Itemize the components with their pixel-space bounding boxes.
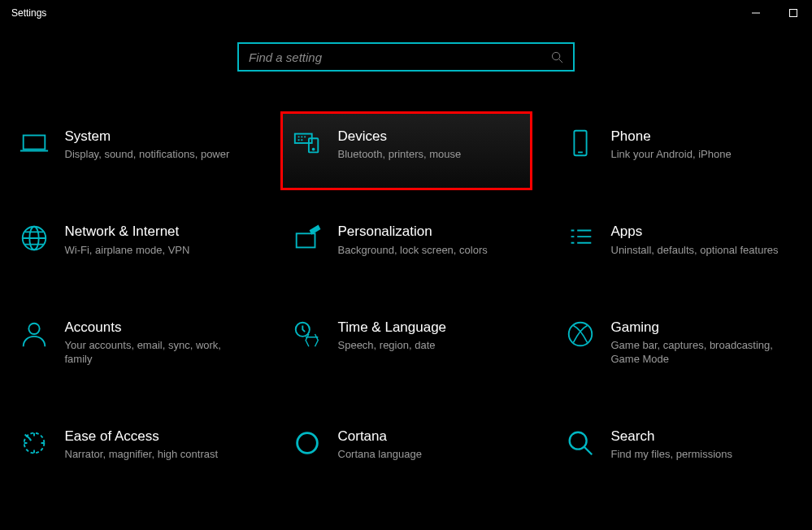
tile-title: Apps [611, 224, 795, 240]
titlebar: Settings [0, 0, 812, 26]
svg-point-10 [28, 323, 39, 333]
search-box[interactable] [237, 42, 575, 72]
person-icon [18, 318, 50, 350]
tile-desc: Link your Android, iPhone [611, 148, 795, 162]
magnifier-icon [564, 427, 597, 459]
tile-system[interactable]: System Display, sound, notifications, po… [11, 120, 255, 168]
tile-title: Search [611, 428, 795, 445]
tile-title: Time & Language [338, 319, 522, 336]
tile-title: Personalization [338, 224, 522, 240]
tile-devices[interactable]: Devices Bluetooth, printers, mouse [280, 111, 532, 190]
minimize-button[interactable] [737, 0, 775, 26]
tile-title: Phone [611, 128, 795, 145]
tile-apps[interactable]: Apps Uninstall, defaults, optional featu… [558, 215, 801, 263]
tile-title: Network & Internet [65, 224, 249, 240]
svg-rect-2 [23, 136, 45, 150]
svg-point-5 [312, 149, 314, 150]
tile-cortana[interactable]: Cortana Cortana language [284, 420, 528, 468]
search-input[interactable] [249, 44, 551, 70]
tile-phone[interactable]: Phone Link your Android, iPhone [558, 120, 801, 168]
tile-time[interactable]: Time & Language Speech, region, date [284, 311, 528, 373]
tile-title: Cortana [338, 428, 522, 445]
tile-desc: Find my files, permissions [611, 448, 795, 462]
tile-desc: Speech, region, date [338, 339, 522, 353]
tile-desc: Background, lock screen, colors [338, 244, 522, 258]
svg-point-1 [552, 52, 559, 59]
svg-point-12 [568, 322, 592, 345]
cortana-icon [291, 427, 323, 459]
tile-desc: Display, sound, notifications, power [65, 148, 249, 162]
search-icon [551, 51, 563, 63]
tile-desc: Uninstall, defaults, optional features [611, 244, 795, 258]
svg-point-15 [569, 432, 586, 449]
tile-desc: Your accounts, email, sync, work, family [65, 339, 249, 367]
globe-icon [18, 222, 50, 254]
ease-of-access-icon [18, 427, 50, 459]
settings-grid: System Display, sound, notifications, po… [0, 72, 812, 468]
tile-desc: Wi-Fi, airplane mode, VPN [65, 244, 249, 258]
tile-personalization[interactable]: Personalization Background, lock screen,… [284, 215, 528, 263]
tile-desc: Cortana language [338, 448, 522, 462]
svg-point-14 [297, 432, 317, 453]
tile-desc: Game bar, captures, broadcasting, Game M… [611, 339, 795, 367]
apps-icon [564, 222, 597, 254]
tile-gaming[interactable]: Gaming Game bar, captures, broadcasting,… [558, 311, 801, 373]
time-language-icon [291, 318, 323, 350]
tile-title: Devices [338, 128, 522, 145]
tile-desc: Bluetooth, printers, mouse [338, 148, 522, 162]
tile-title: System [65, 128, 249, 145]
tile-ease[interactable]: Ease of Access Narrator, magnifier, high… [11, 420, 255, 468]
laptop-icon [18, 127, 50, 159]
tile-accounts[interactable]: Accounts Your accounts, email, sync, wor… [11, 311, 255, 373]
svg-rect-9 [296, 234, 315, 248]
tile-network[interactable]: Network & Internet Wi-Fi, airplane mode,… [11, 215, 255, 263]
xbox-icon [564, 318, 597, 350]
phone-icon [564, 127, 597, 159]
svg-rect-0 [790, 10, 797, 17]
tile-search[interactable]: Search Find my files, permissions [558, 420, 801, 468]
tile-title: Accounts [65, 319, 249, 336]
window-title: Settings [11, 7, 46, 19]
tile-desc: Narrator, magnifier, high contrast [65, 448, 249, 462]
maximize-button[interactable] [775, 0, 812, 26]
tile-title: Gaming [611, 319, 795, 336]
tile-title: Ease of Access [65, 428, 249, 445]
paint-icon [291, 222, 323, 254]
devices-icon [291, 127, 323, 159]
